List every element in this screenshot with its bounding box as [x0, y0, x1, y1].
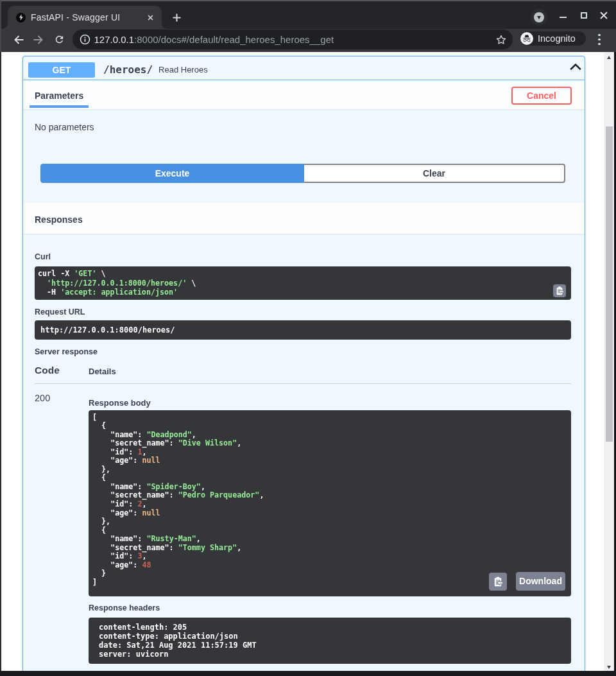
parameters-header: Parameters Cancel: [23, 80, 585, 109]
response-row: 200 Response body [ { "name": "Deadpond"…: [35, 384, 571, 664]
responses-header: Responses: [23, 203, 585, 234]
collapse-chevron-icon[interactable]: [570, 64, 581, 70]
window-minimize-button[interactable]: [560, 17, 567, 18]
incognito-label: Incognito: [538, 33, 576, 44]
operation-path: /heroes/: [103, 64, 153, 76]
browser-toolbar: 127.0.0.1:8000/docs#/default/read_heroes…: [0, 29, 616, 52]
response-body: [ { "name": "Deadpond", "secret_name": "…: [89, 410, 571, 596]
clear-button[interactable]: Clear: [304, 164, 565, 183]
curl-label: Curl: [35, 252, 571, 261]
request-url-label: Request URL: [35, 308, 571, 316]
operation-summary[interactable]: GET /heroes/ Read Heroes: [23, 56, 585, 80]
server-response-label: Server response: [35, 347, 571, 356]
reload-button[interactable]: [51, 32, 67, 48]
code-column-header: Code: [35, 365, 89, 376]
url-text: 127.0.0.1:8000/docs#/default/read_heroes…: [94, 34, 497, 45]
response-headers-label: Response headers: [89, 603, 571, 612]
scroll-up-icon[interactable]: [607, 56, 611, 59]
parameters-title: Parameters: [35, 91, 83, 101]
back-button[interactable]: [11, 32, 26, 48]
download-button[interactable]: Download: [516, 572, 565, 591]
tab-search-button[interactable]: [531, 9, 547, 26]
tab-title: FastAPI - Swagger UI: [31, 12, 144, 22]
copy-response-button[interactable]: [489, 573, 507, 591]
response-body-label: Response body: [89, 398, 571, 408]
window-bottom-edge: [0, 671, 616, 676]
page-row: GET /heroes/ Read Heroes Parameters Canc…: [0, 52, 616, 671]
tab-close-icon[interactable]: [144, 12, 156, 23]
incognito-badge: Incognito: [520, 31, 586, 46]
forward-button[interactable]: [31, 32, 46, 48]
browser-menu-button[interactable]: [598, 34, 601, 46]
parameters-tab[interactable]: Parameters: [35, 82, 83, 109]
scrollbar[interactable]: [604, 52, 614, 671]
operation-description: Read Heroes: [158, 65, 208, 74]
parameters-tab-underline: [30, 105, 89, 108]
request-url-value: http://127.0.0.1:8000/heroes/: [35, 320, 571, 340]
details-column-header: Details: [89, 367, 116, 376]
browser-tab[interactable]: FastAPI - Swagger UI: [8, 6, 162, 29]
status-code: 200: [35, 393, 89, 664]
response-detail: Response body [ { "name": "Deadpond", "s…: [89, 393, 571, 664]
execute-button[interactable]: Execute: [40, 164, 304, 183]
browser-window: FastAPI - Swagger UI: [0, 0, 616, 676]
method-badge: GET: [28, 62, 95, 78]
url-host: 127.0.0.1: [94, 34, 135, 45]
server-response-table: Code Details 200 Response body [ { "name…: [35, 365, 571, 664]
response-table-head: Code Details: [35, 365, 571, 384]
scrollbar-thumb[interactable]: [606, 126, 613, 442]
url-path: :8000/docs#/default/read_heroes_heroes__…: [134, 34, 334, 45]
window-close-button[interactable]: [599, 11, 608, 20]
responses-title: Responses: [35, 214, 83, 225]
tab-strip: FastAPI - Swagger UI: [0, 0, 616, 29]
new-tab-button[interactable]: [168, 9, 185, 26]
scroll-down-icon[interactable]: [607, 666, 611, 669]
curl-command: curl -X 'GET' \ 'http://127.0.0.1:8000/h…: [35, 266, 571, 300]
fastapi-favicon-icon: [16, 13, 26, 22]
tab-search-circle-icon: [534, 12, 544, 22]
no-parameters-text: No parameters: [35, 122, 585, 132]
response-headers: content-length: 205 content-type: applic…: [89, 618, 571, 664]
bookmark-star-icon[interactable]: [496, 35, 506, 45]
incognito-icon: [520, 32, 533, 45]
swagger-page: GET /heroes/ Read Heroes Parameters Canc…: [1, 52, 604, 671]
response-body-buttons: Download: [489, 572, 565, 591]
cancel-button[interactable]: Cancel: [511, 87, 572, 105]
operation-block: GET /heroes/ Read Heroes Parameters Canc…: [22, 56, 585, 671]
responses-inner: Curl curl -X 'GET' \ 'http://127.0.0.1:8…: [23, 252, 585, 664]
window-maximize-button[interactable]: [581, 12, 587, 19]
site-info-icon[interactable]: [80, 34, 90, 45]
execute-row: Execute Clear: [40, 164, 565, 183]
address-bar[interactable]: 127.0.0.1:8000/docs#/default/read_heroes…: [73, 30, 513, 49]
copy-curl-button[interactable]: [553, 284, 566, 297]
